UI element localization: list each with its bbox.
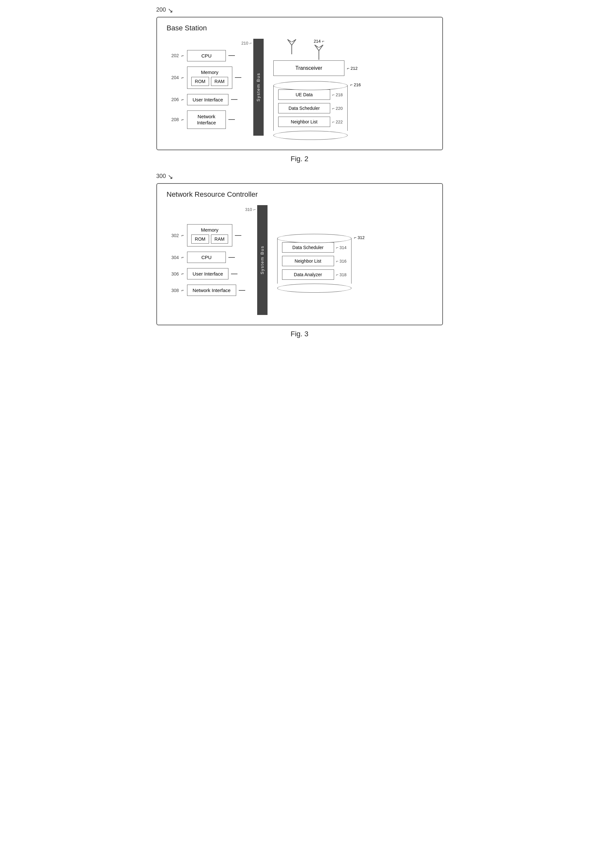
fig3-memory-connector (235, 235, 241, 236)
fig3-cpu-connector (229, 257, 235, 258)
figure-2-container: 200 ↘ Base Station 202 ⌐ CPU 204 ⌐ (157, 6, 443, 163)
fig3-ref-label: 300 ↘ (157, 173, 443, 181)
fig3-memory-ref: 302 (167, 233, 179, 238)
fig2-ue-data-row: UE Data ⌐ 218 (278, 89, 343, 100)
fig2-bus-label: System Bus (256, 73, 261, 101)
fig3-cpu-ref: 304 (167, 255, 179, 260)
fig2-ref-label: 200 ↘ (157, 6, 443, 14)
fig2-ui-connector (231, 99, 238, 100)
fig3-ui-box: User Interface (187, 268, 229, 280)
fig2-ni-row: 208 ⌐ NetworkInterface (167, 110, 241, 129)
fig3-ni-connector (239, 290, 245, 291)
fig2-antenna-left (286, 39, 297, 60)
fig2-antenna-ref: 214 ⌐ (314, 39, 324, 44)
fig3-bus-bar: System Bus (257, 205, 268, 315)
fig3-ni-row: 308 ⌐ Network Interface (167, 284, 245, 296)
fig3-bus-label: System Bus (260, 245, 265, 274)
fig2-neighborlist-box: Neighbor List (278, 117, 330, 127)
fig2-ni-ref: 208 (167, 117, 179, 122)
fig2-cpu-row: 202 ⌐ CPU (167, 50, 241, 62)
fig3-arrow-icon: ↘ (168, 173, 173, 181)
fig2-diagram-box: Base Station 202 ⌐ CPU 204 ⌐ Memory (157, 17, 443, 150)
fig3-right-components: Data Scheduler ⌐ 314 Neighbor List ⌐ 316… (268, 205, 365, 315)
fig2-cylinder-wrapper: UE Data ⌐ 218 Data Scheduler ⌐ 220 Neigh… (273, 81, 348, 140)
fig3-bus-section: 310 ⌐ System Bus (245, 205, 268, 315)
fig3-cylinder-top (277, 234, 352, 243)
fig3-ui-ref: 306 (167, 271, 179, 277)
fig3-scheduler-row: Data Scheduler ⌐ 314 (282, 242, 347, 253)
fig2-rom-chip: ROM (191, 77, 209, 86)
fig3-diagram-box: Network Resource Controller 302 ⌐ Memory… (157, 183, 443, 325)
fig2-neighborlist-row: Neighbor List ⌐ 222 (278, 117, 343, 127)
fig2-left-components: 202 ⌐ CPU 204 ⌐ Memory ROM RAM (167, 39, 241, 140)
svg-line-7 (319, 45, 323, 51)
fig2-scheduler-box: Data Scheduler (278, 103, 330, 113)
fig2-antenna-right-wrapper: 214 ⌐ (313, 39, 324, 60)
fig2-memory-connector (235, 77, 241, 78)
fig2-cylinder-top (273, 81, 348, 90)
fig3-title: Network Resource Controller (167, 190, 433, 199)
fig2-inner: 202 ⌐ CPU 204 ⌐ Memory ROM RAM (167, 39, 433, 140)
fig2-cpu-ref: 202 (167, 53, 179, 58)
fig2-ui-row: 206 ⌐ User Interface (167, 94, 241, 105)
fig3-scheduler-ref: ⌐ 314 (336, 245, 347, 250)
fig3-ni-box: Network Interface (187, 284, 236, 296)
fig2-memory-chips: ROM RAM (191, 77, 228, 86)
fig3-analyzer-ref: ⌐ 318 (336, 272, 347, 277)
fig2-scheduler-ref: ⌐ 220 (332, 106, 343, 111)
fig3-database-ref: ⌐ 312 (354, 235, 365, 240)
fig3-memory-group: Memory ROM RAM (187, 224, 232, 247)
fig2-memory-row: 204 ⌐ Memory ROM RAM (167, 66, 241, 89)
fig2-cylinder-body: UE Data ⌐ 218 Data Scheduler ⌐ 220 Neigh… (273, 86, 348, 131)
fig3-ram-chip: RAM (211, 235, 228, 244)
fig2-memory-group: Memory ROM RAM (187, 66, 232, 89)
fig2-transceiver-section: 214 ⌐ (273, 39, 361, 76)
fig2-memory-label: Memory (201, 69, 218, 75)
fig3-neighborlist-row: Neighbor List ⌐ 316 (282, 256, 347, 266)
fig2-neighborlist-ref: ⌐ 222 (332, 120, 343, 124)
fig2-arrow-icon: ↘ (168, 6, 173, 14)
fig2-right-components: 214 ⌐ (263, 39, 361, 140)
fig2-scheduler-row: Data Scheduler ⌐ 220 (278, 103, 343, 113)
svg-line-6 (315, 45, 319, 51)
svg-line-1 (287, 39, 292, 45)
fig3-inner: 302 ⌐ Memory ROM RAM 304 ⌐ CPU (167, 205, 433, 315)
fig3-memory-label: Memory (201, 227, 218, 233)
fig3-analyzer-row: Data Analyzer ⌐ 318 (282, 269, 347, 280)
fig3-scheduler-box: Data Scheduler (282, 242, 334, 253)
fig3-cpu-row: 304 ⌐ CPU (167, 252, 245, 263)
fig2-ue-data-ref: ⌐ 218 (332, 92, 343, 97)
fig3-ni-ref: 308 (167, 288, 179, 293)
fig2-ni-connector (229, 119, 235, 120)
fig2-ue-data-box: UE Data (278, 89, 330, 100)
fig3-cylinder-body: Data Scheduler ⌐ 314 Neighbor List ⌐ 316… (277, 238, 352, 284)
fig2-bus-section: 210 ⌐ System Bus (241, 39, 263, 140)
svg-line-2 (292, 39, 296, 45)
figure-3-container: 300 ↘ Network Resource Controller 302 ⌐ … (157, 173, 443, 338)
fig2-ram-chip: RAM (211, 77, 228, 86)
fig3-caption: Fig. 3 (157, 330, 443, 338)
fig3-cylinder-bottom (277, 284, 352, 293)
fig2-caption: Fig. 2 (157, 155, 443, 163)
fig3-analyzer-box: Data Analyzer (282, 269, 334, 280)
fig3-cpu-box: CPU (187, 252, 226, 263)
fig3-cylinder-wrapper: Data Scheduler ⌐ 314 Neighbor List ⌐ 316… (277, 234, 352, 293)
fig2-transceiver-ref: ⌐ 212 (347, 66, 358, 71)
fig3-ui-row: 306 ⌐ User Interface (167, 268, 245, 280)
fig2-cylinder-bottom (273, 131, 348, 140)
fig3-memory-row: 302 ⌐ Memory ROM RAM (167, 224, 245, 247)
fig3-memory-chips: ROM RAM (191, 235, 228, 244)
fig3-rom-chip: ROM (191, 235, 209, 244)
fig2-cpu-box: CPU (187, 50, 226, 62)
fig2-database-section: UE Data ⌐ 218 Data Scheduler ⌐ 220 Neigh… (273, 81, 361, 140)
fig2-bus-bar: System Bus (253, 39, 263, 136)
fig3-neighborlist-box: Neighbor List (282, 256, 334, 266)
fig3-left-components: 302 ⌐ Memory ROM RAM 304 ⌐ CPU (167, 205, 245, 315)
fig2-bus-ref: 210 ⌐ (241, 41, 252, 45)
fig3-neighborlist-ref: ⌐ 316 (336, 259, 347, 263)
antenna-left-icon (286, 39, 297, 54)
fig3-database-section: Data Scheduler ⌐ 314 Neighbor List ⌐ 316… (277, 234, 365, 293)
fig2-database-ref: ⌐ 216 (350, 83, 361, 87)
fig2-cpu-connector (229, 55, 235, 56)
fig2-title: Base Station (167, 24, 433, 32)
